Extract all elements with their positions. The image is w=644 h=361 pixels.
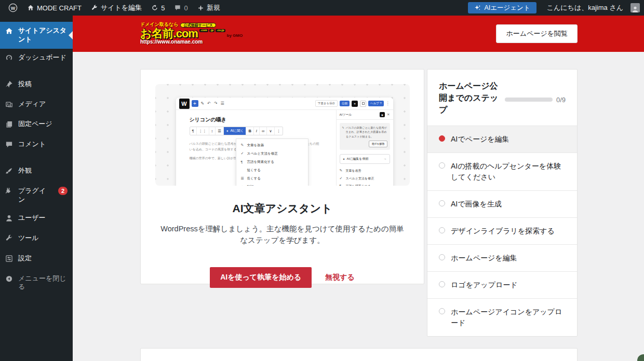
mock-more-icon: ⋮ — [386, 101, 390, 106]
plugins-update-badge: 2 — [58, 187, 68, 195]
mock-save-draft: 下書きを保存 — [315, 100, 338, 107]
sidebar-item-label: 設定 — [18, 254, 32, 263]
mock-star-icon: ★ — [380, 112, 385, 117]
step-label: デザインライブラリを探索する — [451, 226, 555, 237]
page-title: AI文章アシスタント — [141, 201, 424, 216]
hero-description: WordPressを理解しましょう。主な機能を見つけて使用するための簡単なステッ… — [158, 223, 407, 246]
new-content-menu[interactable]: 新規 — [193, 0, 224, 16]
editor-preview-image: W + ✎ ↶ ↷ ☰ 下書きを保存 公開 ✦ — [155, 84, 410, 186]
sidebar-item-site-assistant[interactable]: サイトアシスタント — [0, 22, 73, 49]
plus-icon — [197, 5, 204, 11]
mock-panel-toggle-icon — [360, 101, 366, 107]
mock-ask-ai-row: ✦AIに編集を依頼→ — [340, 154, 390, 164]
step-label: AIでページを編集 — [451, 134, 509, 145]
avatar[interactable] — [630, 3, 640, 12]
home-icon — [27, 4, 34, 11]
step-label: ホームページアイコンをアップロード — [451, 307, 566, 328]
steps-title: ホームページ公開までのステップ — [439, 80, 500, 116]
pages-icon — [5, 120, 14, 131]
ai-assistant-card: W + ✎ ↶ ↷ ☰ 下書きを保存 公開 ✦ — [140, 69, 424, 284]
promo-banner: ドメイン取るなら 公式登録サービス お名前.com .com .jp .co.j… — [73, 16, 644, 52]
step-label: ロゴをアップロード — [451, 280, 518, 290]
mock-wp-logo-icon: W — [179, 99, 190, 109]
mock-redo-icon: ↷ — [213, 101, 218, 106]
sidebar-item-pages[interactable]: 固定ページ — [0, 115, 73, 135]
sidebar-item-posts[interactable]: 投稿 — [0, 75, 73, 95]
comments-count: 0 — [184, 4, 187, 12]
step-status-icon — [439, 308, 445, 314]
admin-sidebar: サイトアシスタント ダッシュボード 投稿 メディア 固定ページ コメント 外観 — [0, 16, 73, 361]
sidebar-item-label: メニューを閉じる — [18, 274, 68, 292]
edit-site-menu[interactable]: サイトを編集 — [87, 0, 146, 16]
logo-by-gmo: by GMO — [227, 34, 243, 38]
mock-doc-title: シリコンの囁き — [190, 116, 226, 123]
comments-icon — [174, 4, 181, 11]
updates-menu[interactable]: 5 — [147, 0, 169, 16]
sidebar-item-label: サイトアシスタント — [18, 26, 68, 44]
home-icon — [5, 27, 14, 37]
collapse-arrow-icon — [5, 275, 14, 285]
updates-icon — [151, 4, 158, 11]
sidebar-item-settings[interactable]: 設定 — [0, 249, 73, 270]
sidebar-item-appearance[interactable]: 外観 — [0, 162, 73, 182]
sidebar-item-media[interactable]: メディア — [0, 95, 73, 116]
comments-menu[interactable]: 0 — [170, 0, 192, 16]
sidebar-item-label: メディア — [18, 100, 46, 109]
sidebar-item-dashboard[interactable]: ダッシュボード — [0, 49, 73, 69]
step-generate-images-ai[interactable]: AIで画像を生成 — [427, 190, 577, 217]
progress-count: 0/9 — [556, 96, 566, 104]
step-try-help-center[interactable]: AIの搭載のヘルプセンターを体験してください — [427, 152, 577, 190]
sidebar-separator — [0, 156, 73, 162]
mock-ai-dropdown-menu: ✎文章を改善 ✓スペルと文法を修正 ¶言語を簡素化する 短くする ☰長くする あ… — [236, 138, 308, 186]
step-edit-homepage[interactable]: ホームページを編集 — [427, 244, 577, 271]
quick-links-card: クイックリンク 新規固定ページを追加 プラグインを検索します ヘッダーを編集 — [140, 348, 578, 361]
user-icon — [5, 214, 14, 225]
admin-bar: W MODE CRAFT サイトを編集 5 0 新規 AIエージェント こんにち… — [0, 0, 644, 16]
updates-count: 5 — [161, 4, 165, 12]
svg-text:W: W — [11, 6, 16, 11]
comment-icon — [5, 141, 14, 151]
media-icon — [5, 101, 14, 111]
step-explore-design-library[interactable]: デザインライブラリを探索する — [427, 217, 577, 244]
step-status-icon — [439, 281, 445, 287]
ai-sparkle-icon — [474, 5, 481, 11]
logo-url: https://www.onamae.com — [140, 39, 243, 45]
sidebar-item-tools[interactable]: ツール — [0, 229, 73, 249]
step-status-icon — [439, 135, 445, 142]
step-status-icon — [439, 254, 445, 260]
step-edit-page-with-ai[interactable]: AIでページを編集 — [427, 126, 577, 152]
tools-icon — [91, 4, 98, 11]
ai-agent-button[interactable]: AIエージェント — [468, 2, 536, 13]
sidebar-item-plugins[interactable]: プラグイン 2 — [0, 182, 73, 209]
wrench-icon — [5, 234, 14, 245]
user-greeting[interactable]: こんにちは、kajima さん — [543, 3, 627, 12]
mock-editor-window: W + ✎ ↶ ↷ ☰ 下書きを保存 公開 ✦ — [176, 98, 393, 186]
sidebar-collapse-menu[interactable]: メニューを閉じる — [0, 270, 73, 297]
step-label: AIで画像を生成 — [451, 199, 502, 210]
main-area: ドメイン取るなら 公式登録サービス お名前.com .com .jp .co.j… — [73, 16, 644, 361]
start-writing-ai-button[interactable]: AIを使って執筆を始める — [210, 267, 312, 288]
content-area: W + ✎ ↶ ↷ ☰ 下書きを保存 公開 ✦ — [73, 52, 644, 361]
view-homepage-button[interactable]: ホームページを閲覧 — [496, 24, 578, 43]
sidebar-item-label: 外観 — [18, 166, 32, 175]
sidebar-item-label: プラグイン — [18, 187, 51, 204]
dismiss-link[interactable]: 無視する — [325, 273, 355, 282]
sidebar-item-label: 投稿 — [18, 80, 32, 89]
ai-agent-label: AIエージェント — [484, 4, 530, 12]
sidebar-item-comments[interactable]: コメント — [0, 135, 73, 156]
step-upload-site-icon[interactable]: ホームページアイコンをアップロード — [427, 298, 577, 336]
step-upload-logo[interactable]: ロゴをアップロード — [427, 271, 577, 298]
mock-close-icon: ✕ — [387, 113, 390, 117]
step-label: AIの搭載のヘルプセンターを体験してください — [451, 161, 566, 183]
sidebar-separator — [0, 69, 73, 75]
sidebar-item-users[interactable]: ユーザー — [0, 209, 73, 229]
site-name-menu[interactable]: MODE CRAFT — [23, 0, 86, 16]
mock-publish-button: 公開 — [340, 101, 350, 106]
onamae-logo[interactable]: ドメイン取るなら 公式登録サービス お名前.com .com .jp .co.j… — [140, 22, 243, 45]
mock-block-toolbar: ¶⋮⋮↕☰ ✦AIに聞く BI∞∨⋮ — [190, 127, 284, 135]
launch-steps-panel: ホームページ公開までのステップ 0/9 AIでページを編集 AIの搭載のヘルプセ… — [427, 69, 578, 337]
wordpress-logo-icon[interactable]: W — [4, 0, 22, 16]
mock-ai-tools-panel: AIツール ★ ✕ ✎パルスの鼓動ごとに新たな思考が生まれ、計算された大図書を求… — [336, 110, 393, 186]
mock-ask-ai-button: ✦AIに聞く — [224, 127, 246, 135]
sidebar-item-label: ダッシュボード — [18, 53, 66, 62]
